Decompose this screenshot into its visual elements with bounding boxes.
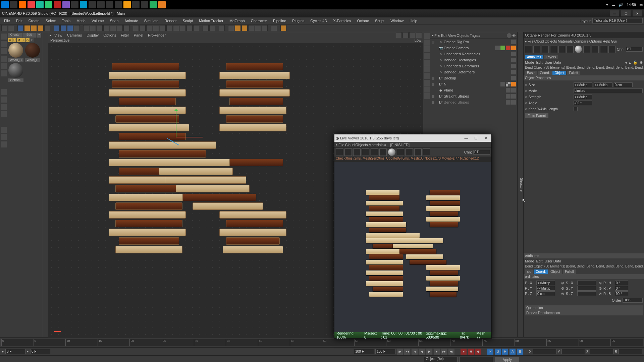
vp-tool-icon[interactable] bbox=[424, 80, 430, 86]
lv-picker-icon[interactable] bbox=[414, 148, 422, 156]
oct-send-icon[interactable] bbox=[525, 46, 532, 53]
vp-tool-icon[interactable] bbox=[424, 40, 430, 46]
current-frame-input[interactable] bbox=[30, 349, 50, 354]
om-item[interactable]: ○Unbended Deformers bbox=[430, 63, 517, 69]
input-rh[interactable] bbox=[615, 281, 628, 285]
lv-menu-more[interactable]: » bbox=[384, 143, 386, 147]
vis-tag-icon[interactable] bbox=[511, 70, 516, 74]
key-button[interactable]: ◆ bbox=[475, 349, 481, 355]
menu-octane[interactable]: Octane bbox=[355, 18, 372, 23]
om-item[interactable]: ○Unbended Rectangles bbox=[430, 51, 517, 57]
vis-tag-icon[interactable] bbox=[495, 46, 500, 50]
tray-clock[interactable]: 14:59 bbox=[627, 3, 636, 7]
taskbar-app-icon[interactable] bbox=[80, 1, 87, 8]
vp-tool-icon[interactable] bbox=[424, 73, 430, 79]
layout-selector[interactable]: Tutorials R19 (User) bbox=[592, 18, 643, 23]
oct-focus-icon[interactable] bbox=[608, 46, 615, 53]
lv-lock-icon[interactable] bbox=[379, 148, 387, 156]
vp-tool-icon[interactable] bbox=[424, 93, 430, 99]
range-end-b-input[interactable] bbox=[375, 349, 395, 354]
menu-tools[interactable]: Tools bbox=[59, 18, 73, 23]
menu-motion-tracker[interactable]: Motion Tracker bbox=[196, 18, 226, 23]
al-tab-coord[interactable]: Coord. bbox=[534, 269, 548, 274]
mode-btn[interactable] bbox=[1, 127, 7, 133]
lv-refresh-icon[interactable] bbox=[344, 148, 352, 156]
oct-preview-sphere-icon[interactable] bbox=[575, 46, 582, 53]
viewport-tab-icon[interactable]: ▸ bbox=[50, 33, 52, 38]
input-rp[interactable] bbox=[615, 286, 628, 291]
prop-size-x-input[interactable] bbox=[574, 82, 592, 87]
goto-start-button[interactable]: ⏮ bbox=[397, 349, 403, 355]
vp-menu-filter[interactable]: Filter bbox=[119, 33, 131, 38]
oct-menu-compare[interactable]: Compare bbox=[573, 39, 588, 43]
range-end-a-input[interactable] bbox=[354, 349, 374, 354]
om-search-icon[interactable] bbox=[507, 33, 512, 38]
toolbar-btn[interactable] bbox=[103, 25, 109, 31]
toolbar-move-icon[interactable] bbox=[24, 25, 30, 31]
menu-create[interactable]: Create bbox=[26, 18, 42, 23]
coord-y-input[interactable] bbox=[561, 349, 585, 354]
vis-tag-icon[interactable] bbox=[506, 94, 511, 99]
oct-settings-icon[interactable] bbox=[558, 46, 566, 53]
toolbar-btn[interactable] bbox=[90, 25, 96, 31]
om-item[interactable]: ⊞L⁰Straight Stripes bbox=[430, 93, 517, 99]
vp-menu-panel[interactable]: Panel bbox=[132, 33, 145, 38]
coord-z-input[interactable] bbox=[590, 349, 613, 354]
goto-end-button[interactable]: ⏭ bbox=[448, 349, 454, 355]
order-select[interactable]: HPB bbox=[623, 298, 643, 303]
toolbar-btn[interactable] bbox=[241, 25, 248, 31]
vis-tag-icon[interactable] bbox=[511, 52, 516, 56]
oct-lock-icon[interactable] bbox=[567, 46, 574, 53]
input-py[interactable] bbox=[536, 286, 555, 291]
tab-layers[interactable]: Layers bbox=[544, 55, 558, 59]
menu-help[interactable]: Help bbox=[407, 18, 420, 23]
key-param-button[interactable]: A bbox=[509, 349, 516, 355]
toolbar-btn[interactable] bbox=[140, 25, 146, 31]
om-menu-file[interactable]: File bbox=[434, 34, 440, 38]
mode-edge-icon[interactable] bbox=[1, 63, 7, 69]
lv-render-view[interactable] bbox=[334, 162, 491, 332]
toolbar-x-lock-icon[interactable] bbox=[54, 25, 60, 31]
taskbar-app-icon[interactable] bbox=[19, 1, 26, 8]
lv-stop-icon[interactable] bbox=[362, 148, 369, 156]
oct-menu-cloud[interactable]: Cloud bbox=[534, 39, 544, 43]
minimize-button[interactable]: — bbox=[610, 10, 619, 16]
toolbar-live-select-icon[interactable] bbox=[17, 25, 23, 31]
toolbar-btn[interactable] bbox=[153, 25, 159, 31]
vp-nav-toggle-icon[interactable] bbox=[416, 32, 422, 38]
oct-menu-help[interactable]: Help bbox=[603, 39, 610, 43]
menu-script[interactable]: Script bbox=[372, 18, 387, 23]
octane-tab-icon[interactable]: ▸ bbox=[525, 39, 527, 44]
toolbar-btn[interactable] bbox=[110, 25, 116, 31]
subtab-coord[interactable]: Coord. bbox=[538, 71, 552, 75]
mode-btn[interactable] bbox=[1, 97, 7, 103]
lv-send-icon[interactable] bbox=[336, 148, 343, 156]
toolbar-btn[interactable] bbox=[123, 25, 129, 31]
key-pos-button[interactable]: P bbox=[487, 349, 493, 355]
menu-mograph[interactable]: MoGraph bbox=[227, 18, 248, 23]
taskbar-app-icon[interactable] bbox=[45, 1, 52, 8]
attrs-nav-up-icon[interactable]: ▴ bbox=[629, 60, 631, 65]
oct-pause-icon[interactable] bbox=[542, 46, 549, 53]
coord-x-input[interactable] bbox=[533, 349, 556, 354]
key-rot-button[interactable]: R bbox=[502, 349, 508, 355]
taskbar-app-icon[interactable] bbox=[10, 1, 17, 8]
play-to-icon[interactable]: ▸ bbox=[27, 349, 29, 354]
taskbar-app-icon[interactable] bbox=[158, 1, 166, 8]
subtab-falloff[interactable]: Falloff bbox=[567, 71, 580, 75]
oct-region-icon[interactable] bbox=[583, 46, 590, 53]
om-item-n[interactable]: ⊞L⁰N bbox=[430, 81, 517, 87]
vis-tag-icon[interactable] bbox=[500, 82, 505, 86]
content-browser-strip[interactable] bbox=[42, 32, 48, 337]
lv-pause-icon[interactable] bbox=[353, 148, 361, 156]
taskbar-app-icon[interactable] bbox=[141, 1, 148, 8]
vis-tag-icon[interactable] bbox=[511, 76, 516, 80]
om-item-octane-rig[interactable]: ⊞○ Octane Rig Pro bbox=[430, 39, 517, 45]
vp-menu-display[interactable]: Display bbox=[85, 33, 101, 38]
prop-keepy-checkbox[interactable] bbox=[574, 107, 578, 111]
oct-menu-options[interactable]: Options bbox=[589, 39, 602, 43]
toolbar-btn[interactable] bbox=[146, 25, 152, 31]
mode-btn[interactable] bbox=[1, 104, 7, 110]
lv-settings-icon[interactable] bbox=[371, 148, 378, 156]
mat-filter-more[interactable]: » bbox=[30, 38, 34, 42]
